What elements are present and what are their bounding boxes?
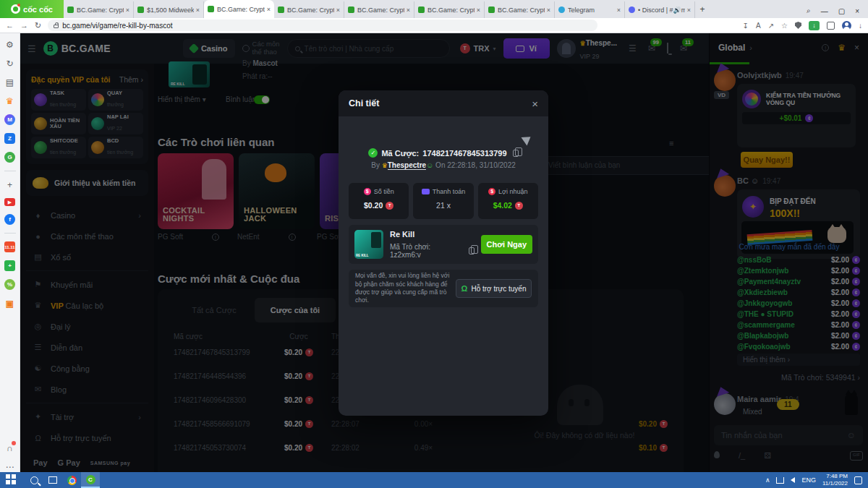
tab-search-icon[interactable]: ⌕ <box>807 7 811 15</box>
money-icon: $ <box>364 188 371 195</box>
history-icon[interactable]: ↻ <box>4 58 15 69</box>
tab-favicon <box>629 7 635 13</box>
minimize-button[interactable]: — <box>821 7 828 15</box>
download-button[interactable]: ↓ <box>809 21 820 30</box>
lock-icon[interactable] <box>54 25 59 28</box>
tab-favicon <box>348 7 354 13</box>
url-text: bc.game/vi/game/re-kill-by-mascot <box>62 22 172 30</box>
zalo-icon[interactable]: Z <box>4 133 15 144</box>
back-button[interactable]: ← <box>6 21 14 30</box>
news-feed-icon[interactable]: ▤ <box>4 77 15 87</box>
action-center-icon[interactable] <box>854 476 862 484</box>
share-icon[interactable]: ↗ <box>768 22 774 30</box>
crown-icon: ♛ <box>382 162 388 169</box>
stat-amount: $Số tiền $0.20T <box>349 183 409 219</box>
tab-favicon <box>418 7 425 13</box>
tab-close-icon[interactable]: × <box>477 7 480 14</box>
games-icon[interactable]: G <box>4 152 15 163</box>
close-window-button[interactable]: × <box>855 7 859 15</box>
live-support-button[interactable]: Ω Hỗ trợ trực tuyến <box>456 279 532 298</box>
taskbar-search-icon[interactable] <box>25 472 43 488</box>
browser-tab[interactable]: • Discord | #🔊m × <box>625 1 695 18</box>
game-thumbnail[interactable]: RE KILL <box>354 230 383 259</box>
browser-tab[interactable]: BC.Game: Crypto × <box>274 1 344 18</box>
vip-crown-icon[interactable]: ♛ <box>4 95 15 106</box>
tab-favicon <box>137 7 144 13</box>
browser-tab[interactable]: BC.Game: Crypto × <box>344 1 414 18</box>
browser-tab[interactable]: BC.Game: Crypto × <box>414 1 485 18</box>
address-bar[interactable]: bc.game/vi/game/re-kill-by-mascot <box>48 20 597 31</box>
windows-taskbar: C ∧ ENG 7:48 PM 11/1/2022 <box>0 472 868 488</box>
tab-close-icon[interactable]: × <box>267 6 271 13</box>
tab-close-icon[interactable]: × <box>336 7 340 14</box>
modal-close-icon[interactable]: × <box>532 98 538 110</box>
profile-avatar-icon[interactable] <box>842 21 851 30</box>
notifications-bell-icon[interactable]: ∩ <box>4 442 15 453</box>
tab-close-icon[interactable]: × <box>547 7 550 14</box>
bet-datetime: 22:28:18, 31/10/2022 <box>447 161 516 169</box>
save-page-icon[interactable]: ↧ <box>743 22 749 30</box>
sale-1111-icon[interactable]: 11.11 <box>4 241 15 252</box>
tray-expand-icon[interactable]: ∧ <box>765 476 770 484</box>
modal-game-card: RE KILL Re Kill Mã Trò chơi: 1z2xm6:v Ch… <box>349 225 538 264</box>
gift-icon[interactable]: + <box>4 260 15 271</box>
maximize-button[interactable]: ▢ <box>838 7 845 15</box>
share-icon[interactable] <box>521 133 533 146</box>
coccoc-taskbar-icon[interactable]: C <box>81 472 100 488</box>
extensions-icon[interactable] <box>827 22 835 30</box>
tab-favicon <box>558 7 565 13</box>
settings-icon[interactable]: ⚙ <box>4 39 15 50</box>
clock[interactable]: 7:48 PM 11/1/2022 <box>822 473 848 487</box>
cart-icon[interactable]: ▣ <box>4 298 15 309</box>
forward-button[interactable]: → <box>20 21 28 30</box>
youtube-icon[interactable]: ▶ <box>4 198 15 206</box>
tab-favicon <box>67 7 74 13</box>
bet-id-value: 1748217467845313799 <box>422 149 506 158</box>
bookmark-star-icon[interactable]: ☆ <box>781 22 788 30</box>
reload-button[interactable]: ↻ <box>35 21 41 30</box>
browser-tab[interactable]: BC.Game: Crypto × <box>485 1 555 18</box>
tab-close-icon[interactable]: × <box>126 7 129 14</box>
browser-tab[interactable]: Telegram × <box>555 1 625 18</box>
divider <box>4 233 16 234</box>
network-icon[interactable] <box>776 477 784 484</box>
tab-close-icon[interactable]: × <box>196 7 200 14</box>
messenger-icon[interactable]: M <box>4 114 15 125</box>
tab-close-icon[interactable]: × <box>617 7 621 14</box>
new-tab-button[interactable]: + <box>695 2 710 17</box>
coccoc-icon <box>11 4 20 14</box>
support-note: Mọi vấn đề, xin vui lòng liên hệ với bộ … <box>349 270 538 307</box>
promo-icon[interactable]: % <box>4 279 15 290</box>
browser-tab[interactable]: $1,500 Midweek × <box>134 1 204 18</box>
facebook-icon[interactable]: f <box>4 214 15 225</box>
copy-icon[interactable] <box>469 247 475 254</box>
trx-coin-icon: T <box>386 202 393 210</box>
tab-favicon <box>278 7 284 13</box>
verified-check-icon: ✓ <box>368 148 378 158</box>
stat-profit: $Lợi nhuận $4.02T <box>478 183 538 219</box>
copy-icon[interactable] <box>513 150 519 157</box>
translate-icon[interactable]: A <box>756 22 761 30</box>
play-now-button[interactable]: Chơi Ngay <box>481 235 532 254</box>
browser-sidebar: ⚙ ↻ ▤ ♛ M Z G + ▶ f 11.11 + % ▣ ∩ ⋯ <box>0 33 20 472</box>
language-indicator[interactable]: ENG <box>801 476 816 484</box>
volume-icon[interactable] <box>791 477 795 483</box>
tab-close-icon[interactable]: × <box>687 7 691 14</box>
bet-details-modal: Chi tiết × ✓ Mã Cược: 174821746784531379… <box>339 90 548 416</box>
tab-favicon <box>208 6 214 12</box>
more-icon[interactable]: ⋯ <box>4 461 15 472</box>
trx-coin-icon: T <box>515 202 523 210</box>
start-button[interactable] <box>6 474 17 486</box>
add-shortcut-icon[interactable]: + <box>4 179 15 190</box>
coccoc-logo[interactable]: cốc cốc <box>0 0 64 18</box>
tab-close-icon[interactable]: × <box>407 7 410 14</box>
adblock-shield-icon[interactable] <box>795 22 801 29</box>
headset-icon: Ω <box>461 284 468 293</box>
browser-tab[interactable]: BC.Game: Crypto × <box>64 1 134 18</box>
browser-tab[interactable]: BC.Game: Crypto × <box>204 0 274 18</box>
bet-author-link[interactable]: Thespectre <box>388 161 426 170</box>
downloads-tray-icon[interactable]: ↓ <box>859 22 862 30</box>
chrome-taskbar-icon[interactable] <box>62 472 81 488</box>
task-view-icon[interactable] <box>43 472 62 488</box>
divider <box>4 171 16 171</box>
